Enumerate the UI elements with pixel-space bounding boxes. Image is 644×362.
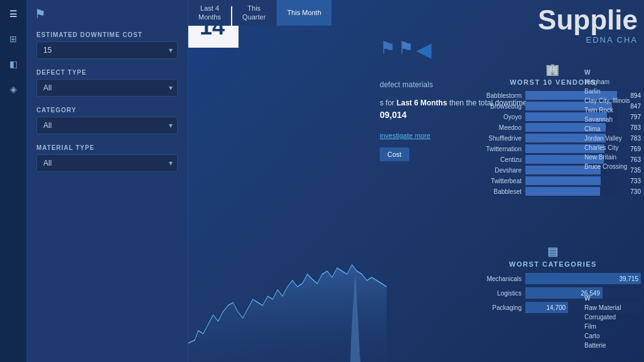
filter-sidebar: ⚑ ESTIMATED DOWNTIME COST 15 All 10 20 D… <box>26 0 188 362</box>
filter-select-category[interactable]: All Mechanicals Logistics <box>36 117 178 134</box>
period-prefix: s for <box>380 98 397 107</box>
vendor-row: Babbleset 730 <box>465 187 641 196</box>
filter-select-wrapper-material-type: All Raw Materials Film <box>36 154 178 172</box>
filter-label-estimated-downtime: ESTIMATED DOWNTIME COST <box>36 31 178 38</box>
filter-select-input-category[interactable]: All Mechanicals Logistics <box>43 121 171 130</box>
vendor-name: Babbleset <box>465 188 522 195</box>
right-edge-category-item: Raw Material <box>584 304 644 311</box>
category-value: 39,715 <box>619 275 638 282</box>
filter-select-input-defect-type[interactable]: All Type A Type B <box>43 83 171 92</box>
filter-group-estimated-downtime: ESTIMATED DOWNTIME COST 15 All 10 20 <box>36 31 178 59</box>
right-edge-category-list: Raw MaterialCorrugatedFilmCartoBatterie <box>584 304 644 349</box>
flag-icon-3: ◀ <box>416 38 432 61</box>
cost-value: 09,014 <box>380 110 407 120</box>
vendor-name: Babblestorm <box>465 92 522 99</box>
time-tabs: Last 4Months ThisQuarter This Month <box>188 0 331 26</box>
main-content: Last 4Months ThisQuarter This Month 14 ⚑… <box>188 0 644 362</box>
filter-group-category: CATEGORY All Mechanicals Logistics <box>36 107 178 134</box>
tab-last-4-months[interactable]: Last 4Months <box>188 0 231 26</box>
worst-vendors-label: WORST 10 VENDORS <box>510 78 596 86</box>
filter-select-wrapper-defect-type: All Type A Type B <box>36 79 178 97</box>
right-edge-categories: W Raw MaterialCorrugatedFilmCartoBatteri… <box>584 295 644 351</box>
flag-icons: ⚑ ⚑ ◀ <box>380 38 432 61</box>
right-edge-vendors-title: W <box>584 69 644 76</box>
right-edge-vendor-item: Barlin <box>584 88 644 95</box>
filter-select-defect-type[interactable]: All Type A Type B <box>36 79 178 97</box>
category-bar: 39,715 <box>525 273 641 284</box>
worst-categories-title: ▤ WORST CATEGORIES <box>465 245 641 268</box>
nav-icon-menu[interactable]: ☰ <box>4 5 22 23</box>
nav-icon-grid[interactable]: ⊞ <box>4 30 22 48</box>
right-edge-category-item: Carto <box>584 333 644 339</box>
right-edge-vendor-item: Jordan Valley <box>584 135 644 142</box>
category-name: Packaging <box>465 304 522 311</box>
period-label: Last 6 Months <box>397 98 448 107</box>
filter-header-icon: ⚑ <box>35 6 46 21</box>
right-edge-categories-title: W <box>584 295 644 302</box>
chart-area <box>188 224 387 362</box>
vendor-bar <box>525 187 600 196</box>
investigate-link[interactable]: investigate more <box>380 132 431 139</box>
right-edge-vendor-item: New Britain <box>584 154 644 161</box>
right-edge-vendor-item: Hingham <box>584 78 644 85</box>
supplier-header: Supplie EDNA CHA <box>538 6 644 45</box>
right-edge-category-item: Film <box>584 323 644 330</box>
vendor-name: Oyoyo <box>465 114 522 120</box>
vendor-bar <box>525 176 601 185</box>
filter-group-defect-type: DEFECT TYPE All Type A Type B <box>36 69 178 97</box>
right-edge-vendor-item: Savannah <box>584 116 644 123</box>
vendor-bar-bg <box>525 187 617 196</box>
right-edge-vendors: W HinghamBarlinClay City, IllinoisTwin R… <box>584 69 644 173</box>
right-edge-vendor-item: Bruce Crossing <box>584 163 644 170</box>
category-row: Mechanicals 39,715 <box>465 273 641 284</box>
filter-select-input-estimated-downtime[interactable]: 15 All 10 20 <box>43 46 171 55</box>
left-nav: ☰ ⊞ ◧ ◈ <box>0 0 26 362</box>
cost-button[interactable]: Cost <box>380 147 409 161</box>
vendor-name: Centizu <box>465 156 522 163</box>
vendors-icon: 🏢 <box>545 63 561 77</box>
right-edge-vendor-item: Charles City <box>584 144 644 151</box>
category-name: Mechanicals <box>465 275 522 282</box>
flag-icon-1: ⚑ <box>380 38 395 61</box>
categories-icon: ▤ <box>547 245 559 258</box>
supplier-subtitle: EDNA CHA <box>538 35 638 45</box>
vendor-bar-bg <box>525 176 617 185</box>
vendor-name: Browsebug <box>465 103 522 110</box>
filter-select-wrapper-category: All Mechanicals Logistics <box>36 117 178 134</box>
vendor-value: 733 <box>621 178 641 184</box>
worst-categories-label: WORST CATEGORIES <box>509 260 597 268</box>
defect-text: defect materials <box>380 80 433 89</box>
filter-select-input-material-type[interactable]: All Raw Materials Film <box>43 159 171 168</box>
vendor-name: Twitterbeat <box>465 178 522 184</box>
category-bar: 14,700 <box>525 302 568 313</box>
filter-select-estimated-downtime[interactable]: 15 All 10 20 <box>36 41 178 59</box>
right-edge-vendor-item: Clay City, Illinois <box>584 97 644 104</box>
right-edge-vendor-item: Twin Rock <box>584 107 644 114</box>
filter-label-material-type: MATERIAL TYPE <box>36 144 178 151</box>
filter-label-defect-type: DEFECT TYPE <box>36 69 178 76</box>
right-edge-vendor-item: Clima <box>584 125 644 132</box>
vendor-value: 730 <box>621 188 641 195</box>
right-edge-vendor-list: HinghamBarlinClay City, IllinoisTwin Roc… <box>584 78 644 170</box>
category-bar-bg: 39,715 <box>525 273 641 284</box>
vendor-name: Shuffledrive <box>465 135 522 142</box>
filter-group-material-type: MATERIAL TYPE All Raw Materials Film <box>36 144 178 172</box>
right-edge-category-item: Batterie <box>584 342 644 349</box>
filter-label-category: CATEGORY <box>36 107 178 114</box>
vendor-name: Meedoo <box>465 124 522 131</box>
nav-icon-panel[interactable]: ◧ <box>4 55 22 73</box>
category-name: Logistics <box>465 290 522 297</box>
vendor-name: Twitternation <box>465 146 522 152</box>
filter-select-wrapper-estimated-downtime: 15 All 10 20 <box>36 41 178 59</box>
right-edge-category-item: Corrugated <box>584 314 644 321</box>
tab-this-month[interactable]: This Month <box>277 0 331 26</box>
tab-this-quarter[interactable]: ThisQuarter <box>232 0 276 26</box>
filter-select-material-type[interactable]: All Raw Materials Film <box>36 154 178 172</box>
vendor-row: Twitterbeat 733 <box>465 176 641 185</box>
vendor-name: Devshare <box>465 167 522 174</box>
nav-icon-settings[interactable]: ◈ <box>4 80 22 98</box>
sparkline-chart <box>188 224 387 362</box>
category-value: 14,700 <box>546 304 566 311</box>
supplier-title: Supplie <box>538 6 638 34</box>
flag-icon-2: ⚑ <box>398 38 414 61</box>
